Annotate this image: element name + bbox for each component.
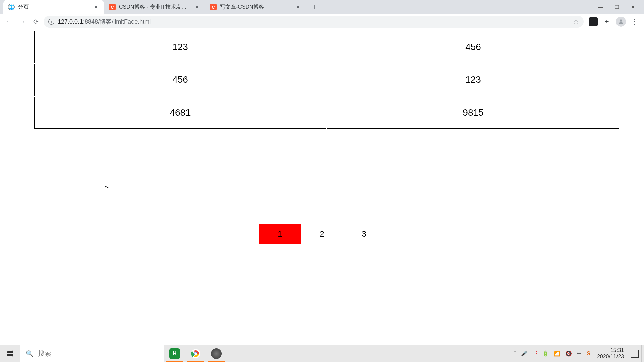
new-tab-button[interactable]: + [308, 1, 320, 13]
close-icon[interactable]: × [194, 4, 200, 11]
page-content: 123 456 456 123 4681 9815 1 2 3 ↖ [0, 29, 644, 345]
table-cell: 456 [327, 31, 619, 63]
browser-titlebar: 🌐 分页 × C CSDN博客 - 专业IT技术发表平台 × C 写文章-CSD… [0, 0, 644, 14]
page-button-3[interactable]: 3 [343, 224, 385, 244]
data-table-container: 123 456 456 123 4681 9815 [34, 30, 620, 129]
tab-title: 分页 [18, 4, 89, 11]
page-button-2[interactable]: 2 [301, 224, 343, 244]
wifi-icon[interactable]: 📶 [554, 350, 560, 357]
close-icon[interactable]: × [93, 4, 99, 11]
browser-generic-icon [211, 348, 222, 359]
url-host: 127.0.0.1 [58, 18, 83, 25]
tab-separator [306, 3, 306, 11]
tab-title: 写文章-CSDN博客 [220, 4, 291, 11]
csdn-icon: C [210, 4, 217, 10]
show-desktop-button[interactable] [641, 345, 644, 362]
forward-button[interactable]: → [17, 16, 28, 27]
maximize-icon[interactable]: ☐ [614, 4, 620, 10]
clock-date: 2020/11/23 [597, 354, 624, 360]
bookmark-star-icon[interactable]: ☆ [573, 18, 579, 26]
table-row: 123 456 [34, 31, 619, 63]
reload-button[interactable]: ⟳ [30, 16, 42, 27]
profile-avatar[interactable] [616, 17, 626, 27]
extension-icon[interactable] [589, 17, 598, 26]
search-placeholder: 搜索 [38, 349, 51, 358]
chrome-icon [190, 348, 201, 359]
chrome-menu-icon[interactable]: ⋮ [631, 17, 639, 26]
data-table: 123 456 456 123 4681 9815 [34, 30, 620, 129]
extensions-menu-icon[interactable]: ✦ [602, 17, 611, 26]
close-icon[interactable]: × [294, 4, 301, 11]
address-bar[interactable]: i 127.0.0.1:8848/博客/limitFace.html ☆ [44, 16, 584, 28]
site-info-icon[interactable]: i [48, 19, 54, 25]
hbuilder-icon: H [169, 348, 180, 359]
csdn-icon: C [109, 4, 116, 10]
table-cell: 9815 [327, 97, 619, 129]
sogou-ime-icon[interactable]: S [587, 351, 590, 357]
table-row: 456 123 [34, 64, 619, 96]
window-controls: — ☐ ✕ [590, 0, 644, 14]
url-path: /博客/limitFace.html [98, 18, 151, 25]
ime-icon[interactable]: 中 [577, 350, 582, 357]
browser-tab-0[interactable]: 🌐 分页 × [3, 0, 104, 14]
url-port: :8848 [83, 18, 98, 25]
battery-icon[interactable]: 🔋 [542, 350, 549, 357]
taskbar-apps: H [164, 345, 227, 362]
svg-point-2 [194, 352, 197, 355]
taskbar-app-hbuilder[interactable]: H [164, 345, 185, 362]
windows-taskbar: 🔍 搜索 H ˄ 🎤 🛡 🔋 📶 🔇 中 S 15:31 2020/11/23 [0, 345, 644, 362]
taskbar-app-browser[interactable] [206, 345, 227, 362]
search-icon: 🔍 [26, 350, 33, 357]
browser-toolbar: ← → ⟳ i 127.0.0.1:8848/博客/limitFace.html… [0, 14, 644, 29]
system-tray: ˄ 🎤 🛡 🔋 📶 🔇 中 S 15:31 2020/11/23 [511, 345, 641, 362]
table-cell: 456 [34, 64, 326, 96]
extensions-area: ✦ ⋮ [586, 17, 641, 27]
pagination: 1 2 3 [259, 224, 385, 244]
action-center-icon[interactable] [631, 350, 639, 358]
volume-muted-icon[interactable]: 🔇 [565, 350, 572, 357]
url-text: 127.0.0.1:8848/博客/limitFace.html [58, 18, 570, 26]
microphone-icon[interactable]: 🎤 [521, 350, 528, 357]
windows-logo-icon [6, 350, 14, 357]
tab-title: CSDN博客 - 专业IT技术发表平台 [119, 4, 190, 11]
table-cell: 4681 [34, 97, 326, 129]
security-icon[interactable]: 🛡 [532, 351, 538, 357]
tray-chevron-icon[interactable]: ˄ [514, 350, 516, 357]
taskbar-app-chrome[interactable] [185, 345, 206, 362]
globe-icon: 🌐 [8, 4, 15, 10]
person-icon [618, 18, 624, 25]
taskbar-clock[interactable]: 15:31 2020/11/23 [595, 347, 626, 360]
clock-time: 15:31 [597, 347, 624, 353]
table-cell: 123 [327, 64, 619, 96]
start-button[interactable] [0, 345, 20, 362]
mouse-cursor-icon: ↖ [104, 183, 111, 192]
browser-tab-1[interactable]: C CSDN博客 - 专业IT技术发表平台 × [104, 0, 205, 14]
table-row: 4681 9815 [34, 97, 619, 129]
browser-tabs: 🌐 分页 × C CSDN博客 - 专业IT技术发表平台 × C 写文章-CSD… [0, 0, 320, 14]
table-cell: 123 [34, 31, 326, 63]
back-button[interactable]: ← [3, 16, 15, 27]
close-window-icon[interactable]: ✕ [630, 4, 636, 10]
browser-tab-2[interactable]: C 写文章-CSDN博客 × [205, 0, 306, 14]
page-button-1[interactable]: 1 [259, 224, 301, 244]
minimize-icon[interactable]: — [598, 4, 604, 10]
taskbar-search[interactable]: 🔍 搜索 [20, 345, 164, 362]
